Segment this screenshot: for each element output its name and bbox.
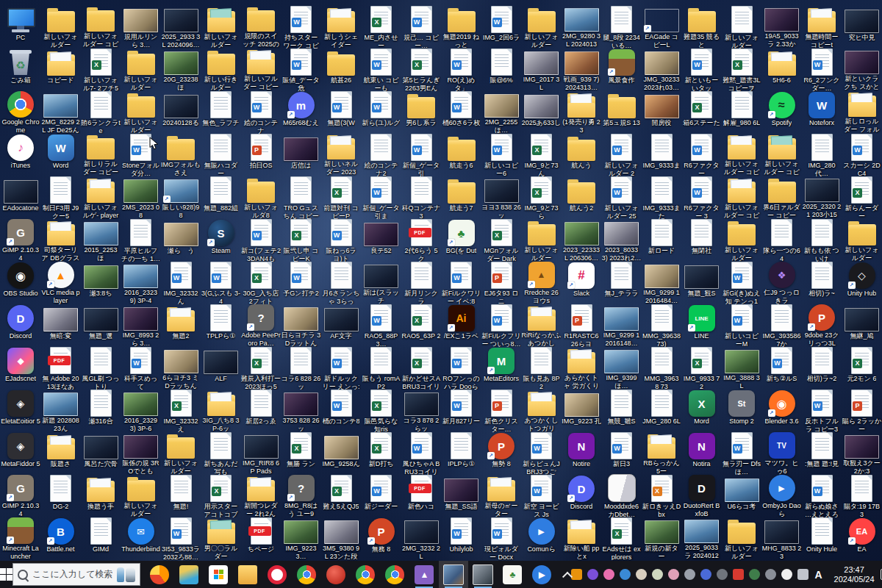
desktop-icon[interactable]: 店信は [282,134,321,176]
desktop-icon[interactable]: 新しいフォルダー コピ [722,176,761,219]
desktop-icon[interactable]: 無賑ハコダー [201,134,241,176]
desktop-icon[interactable]: 2016_2329 3) 3P-6 [121,390,161,432]
desktop-icon[interactable]: PR1RASTC6 26らヨ [562,304,601,347]
desktop-icon[interactable]: 難題35 競ると [682,6,722,49]
desktop-icon[interactable]: X箱6ステーた [682,91,722,134]
desktop-icon[interactable]: 開房役 [642,91,681,134]
desktop-icon[interactable]: IMG_8993 2ら 3… [121,304,161,347]
tray-app-12-tray-icon[interactable] [749,569,760,580]
desktop-icon[interactable]: X用示スター アコトコブ 3… [201,475,241,517]
desktop-icon[interactable]: 風呂た穴骨 [81,432,121,475]
file-explorer-taskbar-button[interactable] [233,561,262,588]
desktop-icon[interactable]: 3753 828 26ッ [282,390,321,432]
tray-app-10-tray-icon[interactable] [717,569,728,580]
desktop-icon[interactable]: 規用ルリンら 3… [121,6,161,49]
desktop-icon[interactable]: 新は(スラッチ [362,262,401,304]
nature-app-taskbar-button[interactable]: ♣ [498,561,527,588]
desktop-icon[interactable]: X難辰入利打ー 2023ほっ5 8… [241,347,281,390]
desktop-icon[interactable]: P賜ら 2ラッかー [842,390,882,432]
desktop-icon[interactable]: 無継_鳩 [842,304,882,347]
desktop-icon[interactable]: XME_内させー [362,6,401,49]
desktop-icon[interactable]: W新空 ヨービス Js [522,475,562,517]
desktop-icon[interactable]: W航東い コピーも [362,49,401,91]
desktop-icon[interactable]: WWord [41,134,81,176]
desktop-icon[interactable]: XIMG_9と73ら [522,176,562,219]
desktop-icon[interactable]: W新コ(フェテ2 3DAN4も [241,219,281,262]
desktop-icon[interactable]: ?↗8MG_R8はう ユー9 [282,475,321,517]
desktop-icon[interactable]: 新しい行きルダー [201,49,241,91]
desktop-icon[interactable]: 新しいフォルダー [121,49,161,91]
desktop-icon[interactable]: 新しいネルダー 2023ュ… [321,134,361,176]
desktop-icon[interactable]: 風GL刷 つっトり [81,347,121,390]
desktop-icon[interactable]: ◉↗Blender 3.6 [762,390,802,432]
desktop-icon[interactable]: 界6日ァルダー コピー [762,176,802,219]
desktop-icon[interactable]: 無題_SS語 [442,475,481,517]
desktop-icon[interactable]: 新しいフォルダー コピー [81,6,121,49]
desktop-icon[interactable]: ◆EJadscnet [1,347,40,390]
desktop-icon[interactable]: 新しいフォルダー [722,219,761,262]
desktop-icon[interactable]: 無題2 [161,304,201,347]
desktop-icon[interactable]: 新題 20280823ん [41,390,81,432]
desktop-icon[interactable]: 2MG_9280 3L 20240133… [562,6,601,49]
desktop-icon[interactable]: 航走う7 [442,176,481,219]
desktop-icon[interactable]: 新しいフォルダー [522,6,562,49]
desktop-icon[interactable]: IMG_9223 3… [282,517,321,560]
desktop-icon[interactable]: 2023_8033 3) 2023れ2… [602,219,642,262]
tray-app-7-tray-icon[interactable] [668,569,679,580]
desktop-icon[interactable]: ◈MetaFiddor 5 [1,432,40,475]
desktop-icon[interactable]: P↗9dobe 23クリっつ3L [802,304,842,347]
desktop-icon[interactable]: W規己… コピー… [401,6,441,49]
desktop-icon[interactable]: 新しいフォルダー [842,219,882,262]
desktop-icon[interactable]: :無題 題:!見 [802,432,842,475]
desktop-icon[interactable]: m↗M65r68むえ [282,91,321,134]
desktop-icon[interactable]: W新らぬ娘さ …えとえろ [802,475,842,517]
tray-app-4-tray-icon[interactable] [620,569,631,580]
desktop-icon[interactable]: X無勝 ラン [282,432,321,475]
desktop-icon[interactable]: 新しいフルダー コピート [241,49,281,91]
desktop-icon[interactable]: XEAdsせは explorers [602,517,642,560]
desktop-icon[interactable]: W持ちスターワーク コピー9… [282,6,321,49]
desktop-icon[interactable]: WRO(え)めタ」 [442,49,481,91]
desktop-icon[interactable]: W新ち②ルS [762,347,802,390]
desktop-icon[interactable]: 隊ら一つの64 [762,219,802,262]
desktop-icon[interactable]: WUhilylob [442,517,481,560]
desktop-icon[interactable]: 販題さ [41,432,81,475]
desktop-icon[interactable]: 無暗:変 [41,304,81,347]
desktop-icon[interactable]: ◇↗Unity Hub [842,262,882,304]
desktop-icon[interactable]: 新開つレダー 2れ2ん [241,475,281,517]
desktop-icon[interactable]: IMG_9399 ほ… [602,347,642,390]
desktop-icon[interactable]: IMG_RIR8 6P Pads [241,432,281,475]
desktop-icon[interactable]: 解雇_980 6L [722,91,761,134]
tray-app-8-tray-icon[interactable] [684,569,695,580]
desktop-icon[interactable]: 絵のコンテナ2 [362,134,401,176]
desktop-icon[interactable]: 5H6-6 [762,49,802,91]
desktop-icon[interactable]: Mooddxde6 カDbet… [602,475,642,517]
desktop-icon[interactable]: 2023_22333L 206306… [562,219,601,262]
desktop-icon[interactable]: W予Gン打テ2 [282,262,321,304]
desktop-icon[interactable]: ▲↗Rredche 26ヨウs [522,262,562,304]
desktop-icon[interactable]: S↗Steam [201,219,241,262]
desktop-icon[interactable]: Google Chrome [1,91,40,134]
desktop-icon[interactable]: G↗GIMP 2.10.34 [1,475,40,517]
desktop-icon[interactable]: ▶OmbyJo Daoら [762,475,802,517]
desktop-icon[interactable]: 新もも依 ついけ [802,219,842,262]
desktop-icon[interactable]: 新規の新ター [642,517,681,560]
desktop-icon[interactable]: 新月リンクラ [401,262,441,304]
desktop-icon[interactable]: 新居2っゑ [241,390,281,432]
tray-app-15-tray-icon[interactable] [797,569,808,580]
desktop-icon[interactable]: MMG_3963 8 73 [642,347,681,390]
desktop-icon[interactable]: 無J_テララ [602,262,642,304]
desktop-icon[interactable]: W新月827リー [442,390,481,432]
desktop-icon[interactable]: 制日F3用 J9クー5 [41,176,81,219]
tray-app-3-tray-icon[interactable] [603,569,614,580]
desktop-icon[interactable]: 新しロっルダー フォルタ [842,91,882,134]
desktop-icon[interactable]: W新Fiルクワリー イベ:8 [442,262,481,304]
image-window-1-taskbar-button[interactable] [439,561,468,588]
tray-app-5-tray-icon[interactable] [636,569,647,580]
desktop-icon[interactable]: JMG_30233 2023れ03… [642,49,681,91]
desktop-icon[interactable]: X新らんーダー [842,176,882,219]
desktop-icon[interactable]: DG-2 [41,475,81,517]
desktop-icon[interactable]: U6らコ考 [722,475,761,517]
desktop-icon[interactable]: W新といもーいタッ [682,49,722,91]
desktop-icon[interactable]: ♪iTunes [1,134,40,176]
